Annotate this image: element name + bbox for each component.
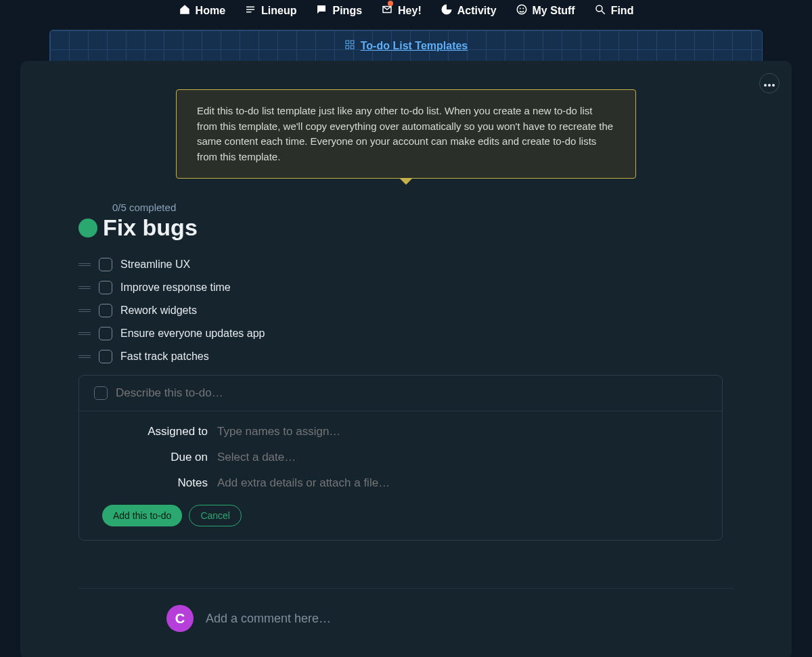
due-label: Due on xyxy=(94,451,208,464)
todo-checkbox[interactable] xyxy=(99,281,112,294)
svg-point-9 xyxy=(768,84,771,87)
hey-icon xyxy=(381,3,393,18)
todo-checkbox[interactable] xyxy=(99,350,112,363)
notes-label: Notes xyxy=(94,476,208,490)
nav-find[interactable]: Find xyxy=(594,3,634,18)
drag-handle-icon[interactable] xyxy=(78,332,91,335)
nav-lineup[interactable]: Lineup xyxy=(244,3,296,18)
todo-item[interactable]: Rework widgets xyxy=(78,299,792,322)
search-icon xyxy=(594,3,606,18)
svg-point-8 xyxy=(764,84,767,87)
todo-label: Rework widgets xyxy=(120,304,197,317)
todo-label: Improve response time xyxy=(120,281,231,294)
add-todo-button[interactable]: Add this to-do xyxy=(102,505,182,526)
svg-point-1 xyxy=(519,8,520,9)
todo-item[interactable]: Ensure everyone updates app xyxy=(78,322,792,345)
breadcrumb-bg: To-do List Templates xyxy=(49,30,763,61)
todo-label: Ensure everyone updates app xyxy=(120,327,265,340)
activity-icon xyxy=(441,3,453,18)
ellipsis-icon xyxy=(764,78,775,89)
comment-placeholder: Add a comment here… xyxy=(206,612,331,626)
breadcrumb-label: To-do List Templates xyxy=(361,40,468,52)
todo-checkbox[interactable] xyxy=(99,258,112,271)
assigned-row: Assigned to xyxy=(94,425,707,438)
svg-point-10 xyxy=(772,84,775,87)
completed-count: 0/5 completed xyxy=(112,202,792,213)
cancel-button[interactable]: Cancel xyxy=(189,505,242,526)
assigned-input[interactable] xyxy=(217,425,707,438)
drag-handle-icon[interactable] xyxy=(78,309,91,312)
list-header: 0/5 completed Fix bugs xyxy=(78,202,792,241)
nav-home[interactable]: Home xyxy=(179,3,225,18)
section-divider xyxy=(78,588,734,589)
home-icon xyxy=(179,3,191,18)
comment-composer[interactable]: C Add a comment here… xyxy=(166,605,792,632)
mystuff-icon xyxy=(516,3,528,18)
lineup-icon xyxy=(244,3,256,18)
svg-rect-6 xyxy=(346,45,349,49)
template-tip-text: Edit this to-do list template just like … xyxy=(197,105,613,162)
new-todo-title-input[interactable] xyxy=(116,386,707,400)
nav-mystuff[interactable]: My Stuff xyxy=(516,3,575,18)
template-card: Edit this to-do list template just like … xyxy=(20,61,792,657)
pings-icon xyxy=(315,3,328,18)
breadcrumb-link[interactable]: To-do List Templates xyxy=(344,39,468,53)
svg-point-0 xyxy=(517,5,526,14)
hey-badge xyxy=(388,1,393,6)
due-input[interactable] xyxy=(217,451,707,464)
grid-icon xyxy=(344,39,355,53)
nav-pings[interactable]: Pings xyxy=(315,3,362,18)
notes-input[interactable] xyxy=(217,476,707,490)
drag-handle-icon[interactable] xyxy=(78,286,91,289)
nav-find-label: Find xyxy=(611,5,634,17)
nav-mystuff-label: My Stuff xyxy=(533,5,575,17)
notes-row: Notes xyxy=(94,476,707,490)
list-title[interactable]: Fix bugs xyxy=(103,214,198,241)
list-status-dot xyxy=(78,219,97,237)
main-nav: Home Lineup Pings Hey! Activity My Stuff… xyxy=(0,0,812,22)
todo-list: Streamline UX Improve response time Rewo… xyxy=(78,253,792,368)
template-tip: Edit this to-do list template just like … xyxy=(176,89,636,179)
todo-item[interactable]: Fast track patches xyxy=(78,345,792,368)
avatar: C xyxy=(166,605,194,632)
svg-rect-7 xyxy=(351,45,354,49)
nav-hey-label: Hey! xyxy=(398,5,422,17)
svg-rect-5 xyxy=(351,41,354,44)
todo-item[interactable]: Improve response time xyxy=(78,276,792,299)
nav-activity[interactable]: Activity xyxy=(441,3,497,18)
breadcrumb-strip: To-do List Templates xyxy=(49,30,763,61)
nav-pings-label: Pings xyxy=(332,5,362,17)
svg-point-2 xyxy=(522,8,524,9)
new-todo-checkbox[interactable] xyxy=(94,386,108,400)
new-todo-form: Assigned to Due on Notes Add this to-do … xyxy=(78,375,723,541)
drag-handle-icon[interactable] xyxy=(78,355,91,358)
todo-item[interactable]: Streamline UX xyxy=(78,253,792,276)
nav-hey[interactable]: Hey! xyxy=(381,3,422,18)
due-row: Due on xyxy=(94,451,707,464)
todo-checkbox[interactable] xyxy=(99,327,112,340)
nav-home-label: Home xyxy=(196,5,225,17)
svg-rect-4 xyxy=(346,41,349,44)
todo-label: Streamline UX xyxy=(120,258,190,271)
svg-point-3 xyxy=(596,5,602,12)
nav-activity-label: Activity xyxy=(457,5,497,17)
todo-checkbox[interactable] xyxy=(99,304,112,317)
assigned-label: Assigned to xyxy=(94,425,208,438)
more-options-button[interactable] xyxy=(759,73,780,93)
nav-lineup-label: Lineup xyxy=(261,5,296,17)
todo-label: Fast track patches xyxy=(120,350,209,363)
drag-handle-icon[interactable] xyxy=(78,263,91,266)
